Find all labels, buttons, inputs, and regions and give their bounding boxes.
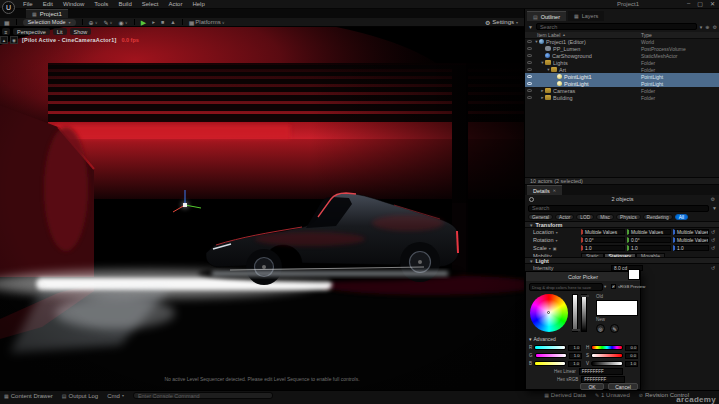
light-color-swatch[interactable] — [628, 269, 640, 280]
lock-icon[interactable]: ▣ — [553, 246, 557, 251]
outliner-row-pp-lumen[interactable]: PP_Lumen PostProcessVolume — [525, 45, 719, 52]
menu-select[interactable]: Select — [141, 1, 160, 7]
location-y-field[interactable]: Multiple Values — [627, 229, 671, 236]
color-wheel-cursor[interactable] — [547, 311, 550, 314]
tab-outliner[interactable]: ▤ Outliner — [527, 11, 566, 21]
filter-icon[interactable]: ▼ — [528, 24, 533, 30]
cancel-button[interactable]: Cancel — [608, 383, 638, 390]
details-filter-icon[interactable]: ▼ — [712, 205, 717, 211]
outliner-row-world[interactable]: ▾ Project1 (Editor) World — [525, 38, 719, 45]
menu-tools[interactable]: Tools — [93, 1, 109, 7]
rotation-x-field[interactable]: 0.0° — [581, 237, 625, 244]
filter-general[interactable]: General — [528, 214, 553, 221]
level-viewport[interactable]: ≡ Perspective Lit Show ▲ ◉ [Pilot Active… — [0, 27, 524, 390]
transform-section-header[interactable]: ▾ Transform — [525, 221, 719, 228]
eyedropper-icon[interactable]: ◎ — [596, 324, 605, 333]
filter-physics[interactable]: Physics — [616, 214, 641, 221]
scale-y-field[interactable]: 1.0 — [627, 245, 671, 252]
minimize-button[interactable]: – — [687, 0, 690, 7]
slider-handle[interactable] — [581, 295, 589, 297]
outliner-row-pointlight1[interactable]: PointLight1 PointLight — [525, 73, 719, 80]
close-icon[interactable]: ✕ — [553, 188, 556, 193]
show-dropdown[interactable]: Show — [70, 28, 92, 35]
ok-button[interactable]: OK — [580, 383, 604, 390]
hue-slider[interactable] — [591, 345, 623, 350]
view-mode-dropdown[interactable]: Lit — [53, 28, 67, 35]
chevron-down-icon[interactable]: ▾ — [556, 230, 558, 235]
visibility-eye-icon[interactable] — [527, 47, 532, 51]
settings-dropdown[interactable]: ⚙ Settings ▾ — [485, 19, 518, 26]
selection-mode-dropdown[interactable]: Selection Mode ▾ — [23, 19, 76, 26]
add-actor-button[interactable]: ⊕∨ — [89, 19, 98, 26]
platforms-dropdown[interactable]: ▦ Platforms ∨ — [189, 19, 225, 26]
location-z-field[interactable]: Multiple Values — [673, 229, 709, 236]
filter-actor[interactable]: Actor — [555, 214, 574, 221]
menu-file[interactable]: File — [22, 1, 34, 7]
menu-edit[interactable]: Edit — [42, 1, 54, 7]
play-button[interactable]: ▶ — [141, 19, 146, 26]
derived-data-button[interactable]: ▦ Derived Data — [544, 392, 586, 398]
outliner-search-input[interactable] — [536, 23, 697, 30]
console-command-input[interactable] — [133, 392, 273, 399]
green-slider[interactable] — [535, 353, 567, 358]
visibility-eye-icon[interactable] — [527, 82, 532, 86]
filter-lod[interactable]: LOD — [576, 214, 594, 221]
scale-x-field[interactable]: 1.0 — [581, 245, 625, 252]
srgb-preview-toggle[interactable]: ✓ sRGB Preview — [611, 284, 645, 289]
outliner-row-art-folder[interactable]: ▾ Art Folder — [525, 66, 719, 73]
reset-icon[interactable]: ↺ — [711, 265, 715, 271]
level-tab[interactable]: ▦ Project1 — [26, 9, 68, 18]
outliner-row-lights-folder[interactable]: ▾ Lights Folder — [525, 59, 719, 66]
viewport-menu-icon[interactable]: ≡ — [2, 28, 10, 35]
menu-help[interactable]: Help — [191, 1, 205, 7]
tab-details[interactable]: Details ✕ — [527, 185, 562, 195]
eject-pilot-icon[interactable]: ▲ — [0, 36, 8, 44]
visibility-eye-icon[interactable] — [527, 40, 532, 44]
content-drawer-button[interactable]: ▦ Content Drawer — [4, 393, 53, 399]
hex-srgb-field[interactable]: FFFFFFFF — [581, 376, 625, 383]
menu-build[interactable]: Build — [117, 1, 132, 7]
reset-icon[interactable]: ↺ — [711, 229, 715, 235]
cmd-dropdown[interactable]: Cmd ▾ — [107, 393, 124, 399]
b-value-field[interactable]: 1.0 — [568, 361, 581, 367]
outliner-row-pointlight[interactable]: PointLight PointLight — [525, 80, 719, 87]
h-value-field[interactable]: 0.0 — [625, 345, 638, 351]
details-settings-icon[interactable]: ⚙ — [711, 196, 715, 202]
r-value-field[interactable]: 1.0 — [568, 345, 581, 351]
color-picker-titlebar[interactable]: Color Picker — [526, 272, 640, 281]
eject-button[interactable]: ▲ — [170, 19, 175, 25]
close-button[interactable]: ✕ — [710, 0, 715, 7]
g-value-field[interactable]: 1.0 — [569, 353, 582, 359]
cinematics-button[interactable]: ◉∨ — [119, 19, 128, 26]
save-icon[interactable]: ▦ — [4, 19, 10, 26]
unsaved-button[interactable]: ✎ 1 Unsaved — [595, 392, 630, 398]
viewport-canvas[interactable] — [0, 27, 524, 390]
menu-window[interactable]: Window — [62, 1, 85, 7]
slider-handle[interactable] — [572, 329, 580, 331]
location-x-field[interactable]: Multiple Values — [581, 229, 625, 236]
color-theme-bar[interactable]: Drag & drop colors here to save — [529, 283, 603, 291]
visibility-eye-icon[interactable] — [527, 89, 532, 93]
details-search-input[interactable] — [528, 205, 709, 212]
pilot-camera-icon[interactable]: ◉ — [10, 36, 18, 44]
reset-icon[interactable]: ↺ — [711, 245, 715, 251]
saturation-slider[interactable] — [572, 294, 578, 332]
color-dropper-pen-icon[interactable]: ✎ — [610, 324, 619, 333]
scale-z-field[interactable]: 1.0 — [673, 245, 709, 252]
filter-misc[interactable]: Misc — [596, 214, 614, 221]
add-folder-icon[interactable]: ⊕ — [705, 24, 709, 30]
tab-layers[interactable]: ▦ Layers — [568, 11, 604, 21]
theme-menu-icon[interactable]: ▾ — [604, 284, 606, 289]
visibility-eye-icon[interactable] — [527, 75, 532, 79]
maximize-button[interactable]: ▢ — [697, 0, 703, 7]
chevron-down-icon[interactable]: ▾ — [556, 238, 558, 243]
value-adv-slider[interactable] — [591, 361, 623, 366]
light-section-header[interactable]: ▾ Light — [525, 257, 719, 264]
outliner-row-carshowground[interactable]: CarShowground StaticMeshActor — [525, 52, 719, 59]
v-value-field[interactable]: 1.0 — [625, 361, 638, 367]
visibility-eye-icon[interactable] — [527, 68, 532, 72]
value-slider[interactable] — [581, 294, 587, 332]
output-log-button[interactable]: ▤ Output Log — [62, 393, 98, 399]
visibility-eye-icon[interactable] — [527, 61, 532, 65]
s-value-field[interactable]: 0.0 — [625, 353, 638, 359]
